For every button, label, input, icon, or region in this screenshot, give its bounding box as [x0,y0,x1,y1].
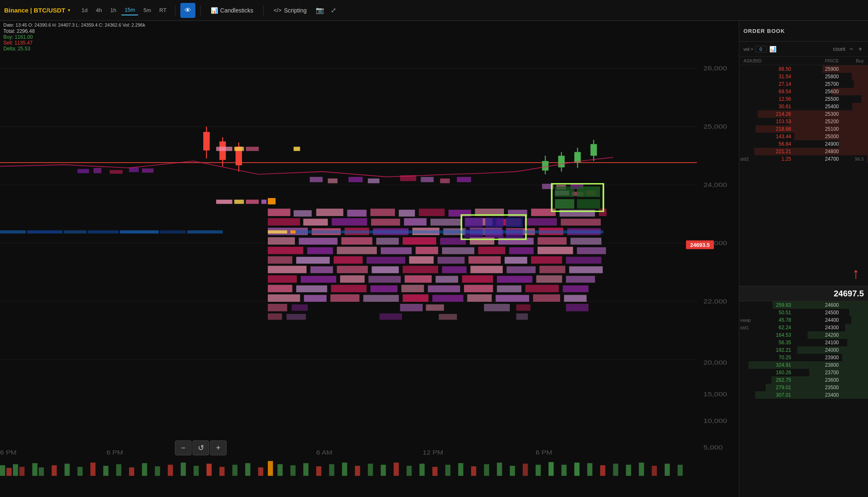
ob-price-value: 25400 [791,104,839,109]
svg-rect-216 [142,463,147,476]
svg-rect-227 [277,464,282,476]
svg-rect-71 [478,247,505,254]
bid-row[interactable]: 192.21 24000 [739,346,868,354]
orderbook-panel: ORDER BOOK vol > 📊 count − + ASK/BID PRI… [739,21,868,497]
ob-price-value: 25600 [791,89,839,94]
ask-row[interactable]: 12.56 25500 [739,95,868,103]
ask-row[interactable]: 221.21 24800 [739,148,868,155]
eye-button[interactable]: 👁 [180,3,195,18]
svg-rect-101 [462,275,493,283]
svg-rect-252 [600,465,605,476]
ask-bid-value: 1.25 [743,156,791,162]
bid-row[interactable]: 70.25 23900 [739,354,868,361]
svg-rect-154 [485,218,503,227]
svg-rect-21 [142,169,154,173]
vol-input[interactable] [755,46,767,52]
ask-row[interactable]: std2 1.25 24700 96.5 [739,155,868,163]
timeframe-1h[interactable]: 1h [107,5,120,15]
svg-rect-249 [561,465,566,476]
ob-price-value: 24800 [791,149,839,154]
svg-rect-86 [310,266,333,273]
ask-bid-value: 324.91 [743,362,791,368]
bid-row[interactable]: 279.01 23500 [739,384,868,391]
bid-row[interactable]: 50.51 24500 [739,309,868,316]
expand-icon: ⤢ [331,7,336,14]
timeframe-rt[interactable]: RT [156,5,170,15]
ask-row[interactable]: 88.50 25900 [739,65,868,73]
bid-row[interactable]: std1 62.24 24300 [739,324,868,331]
svg-rect-199 [187,230,222,234]
bid-row[interactable]: 307.01 23400 [739,391,868,399]
svg-rect-208 [39,467,44,476]
bid-row[interactable]: 56.35 24100 [739,339,868,346]
brand-selector[interactable]: Binance | BTC/USDT ▾ [4,7,70,14]
camera-button[interactable]: 📷 [313,4,327,17]
bid-row[interactable]: 262.75 23600 [739,376,868,384]
timeframe-5m[interactable]: 5m [140,5,154,15]
svg-text:25,000: 25,000 [703,123,727,130]
camera-icon: 📷 [316,7,324,14]
ask-row[interactable]: 31.54 25800 [739,73,868,80]
bid-row[interactable]: 160.26 23700 [739,369,868,376]
svg-rect-99 [404,275,432,283]
scripting-code-icon: </> [274,7,282,13]
main-layout: Date: 13:45 O: 24390.6 H: 24407.3 L: 243… [0,21,868,497]
svg-rect-66 [307,247,333,254]
svg-rect-162 [555,199,574,209]
bid-row[interactable]: 164.53 24200 [739,331,868,339]
timeframe-15m[interactable]: 15m [121,5,138,15]
zoom-out-button[interactable]: − [175,440,192,455]
count-minus-button[interactable]: − [848,45,855,53]
svg-rect-74 [577,247,606,254]
svg-rect-36 [303,219,328,226]
count-plus-button[interactable]: + [857,45,864,53]
svg-rect-181 [261,200,266,204]
ask-row[interactable]: 30.61 25400 [739,103,868,110]
ask-row[interactable]: 143.44 25000 [739,133,868,140]
ob-price-value: 24000 [791,347,839,353]
timeframe-1d[interactable]: 1d [78,5,91,15]
svg-rect-144 [440,179,450,183]
chart-area[interactable]: Date: 13:45 O: 24390.6 H: 24407.3 L: 243… [0,21,739,497]
svg-rect-245 [510,466,515,476]
ask-bid-value: 143.44 [743,134,791,139]
bid-row[interactable]: 259.83 24600 [739,301,868,309]
ask-row[interactable]: 69.54 25600 [739,88,868,95]
orderbook-header: ORDER BOOK [739,21,868,42]
zoom-in-button[interactable]: + [210,440,227,455]
svg-rect-127 [400,304,423,311]
ask-row[interactable]: 27.14 25700 [739,80,868,88]
candlesticks-button[interactable]: 📊 Candlesticks [206,5,258,16]
svg-rect-130 [516,304,530,311]
ask-bid-value: 214.26 [743,111,791,117]
bid-row[interactable]: 324.91 23800 [739,361,868,369]
svg-rect-218 [168,465,173,476]
svg-rect-222 [219,467,224,476]
svg-rect-17 [77,169,89,173]
bid-row[interactable]: vwap 45.78 24400 [739,316,868,324]
svg-rect-132 [268,313,282,320]
svg-rect-226 [268,461,273,476]
scripting-button[interactable]: </> Scripting [269,5,312,16]
expand-button[interactable]: ⤢ [328,4,339,17]
timeframe-4h[interactable]: 4h [92,5,105,15]
ask-row[interactable]: 56.84 24900 [739,140,868,148]
ob-price-value: 24700 [791,156,839,162]
svg-rect-235 [381,465,386,476]
svg-rect-209 [52,465,57,476]
svg-rect-119 [403,294,429,302]
ask-row[interactable]: 214.26 25300 [739,110,868,118]
svg-text:6 AM: 6 AM [316,450,332,456]
chart-svg: 26,000 25,000 24,000 23,000 22,000 20,00… [0,21,739,497]
ob-row-label: std1 [740,325,749,330]
ask-bid-value: 279.01 [743,385,791,390]
svg-rect-231 [329,464,334,476]
svg-rect-184 [246,147,259,151]
svg-rect-225 [258,467,263,476]
ask-row[interactable]: 153.53 25200 [739,118,868,125]
stat-delta: Delta: 25.53 [3,46,30,52]
zoom-reset-button[interactable]: ↺ [192,440,209,455]
ask-row[interactable]: 218.68 25100 [739,125,868,133]
svg-rect-102 [497,276,532,283]
ob-price-value: 24500 [791,310,839,316]
